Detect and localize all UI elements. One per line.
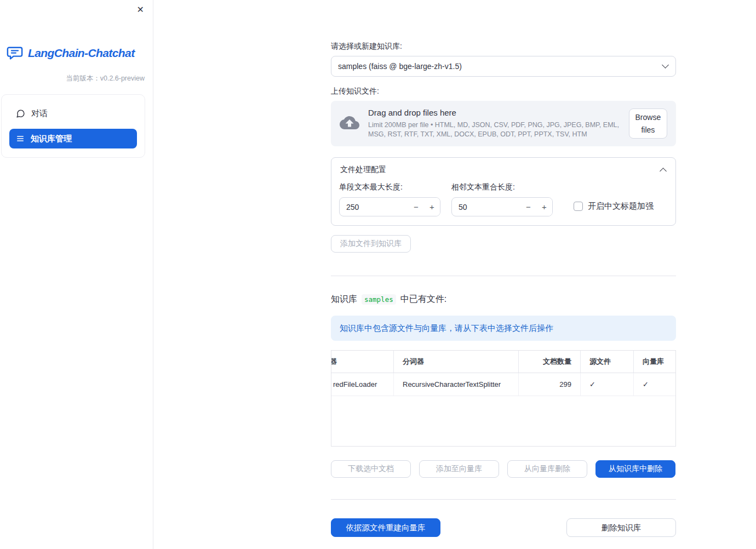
chat-bubble-icon (16, 109, 25, 118)
sidebar-item-chat[interactable]: 对话 (9, 104, 137, 123)
minus-button[interactable]: − (520, 198, 536, 216)
upload-limit-text: Limit 200MB per file • HTML, MD, JSON, C… (368, 121, 620, 139)
logo-text: LangChain-Chatchat (28, 47, 135, 60)
files-table: 器 分词器 文档数量 源文件 向量库 redFileLoader Recursi… (331, 350, 676, 447)
cell-loader: redFileLoader (331, 373, 394, 396)
info-banner: 知识库中包含源文件与向量库，请从下表中选择文件后操作 (331, 316, 676, 341)
overlap-size-label: 相邻文本重合长度: (451, 182, 553, 192)
overlap-size-value[interactable]: 50 (452, 198, 520, 216)
chunk-size-label: 单段文本最大长度: (339, 182, 440, 192)
sidebar: ✕ LangChain-Chatchat 当前版本：v0.2.6-preview… (0, 0, 153, 549)
cell-source-file-check: ✓ (581, 373, 634, 396)
sidebar-item-kb-management[interactable]: 知识库管理 (9, 129, 137, 148)
kb-files-heading: 知识库 samples 中已有文件: (331, 294, 676, 305)
minus-button[interactable]: − (408, 198, 424, 216)
file-uploader-dropzone[interactable]: Drag and drop files here Limit 200MB per… (331, 101, 676, 146)
overlap-size-input: 50 − + (451, 197, 553, 216)
table-header-doc-count[interactable]: 文档数量 (519, 351, 581, 373)
kb-name-code: samples (362, 294, 396, 305)
table-header-source-file[interactable]: 源文件 (581, 351, 634, 373)
expander-header[interactable]: 文件处理配置 (331, 158, 675, 175)
table-header-vector-store[interactable]: 向量库 (634, 351, 675, 373)
expander-body: 单段文本最大长度: 250 − + 相邻文本重合长度: 50 − + (331, 175, 675, 225)
kb-select-label: 请选择或新建知识库: (331, 42, 676, 52)
browse-files-button[interactable]: Browse files (629, 108, 667, 139)
delete-kb-button[interactable]: 删除知识库 (566, 518, 676, 537)
version-label: 当前版本：v0.2.6-preview (0, 74, 145, 83)
knowledge-base-icon (16, 134, 25, 143)
divider (331, 499, 676, 500)
sidebar-item-label: 知识库管理 (31, 134, 72, 144)
delete-from-kb-button[interactable]: 从知识库中删除 (595, 460, 675, 478)
kb-files-prefix: 知识库 (331, 294, 357, 305)
plus-button[interactable]: + (424, 198, 440, 216)
chevron-up-icon (660, 168, 667, 175)
table-empty-area (331, 396, 675, 446)
cell-doc-count: 299 (519, 373, 581, 396)
cell-splitter: RecursiveCharacterTextSplitter (394, 373, 519, 396)
chevron-down-icon (662, 61, 669, 68)
cloud-upload-icon (340, 113, 359, 135)
rebuild-vector-store-button[interactable]: 依据源文件重建向量库 (331, 518, 440, 537)
table-header-row: 器 分词器 文档数量 源文件 向量库 (331, 351, 675, 373)
checkbox-label: 开启中文标题加强 (588, 201, 654, 211)
table-row[interactable]: redFileLoader RecursiveCharacterTextSpli… (331, 373, 675, 396)
divider (331, 276, 676, 276)
chunk-size-input: 250 − + (339, 197, 440, 216)
chat-logo-icon (7, 46, 23, 60)
zh-title-enhance-checkbox[interactable]: 开启中文标题加强 (574, 201, 654, 211)
table-header-splitter[interactable]: 分词器 (394, 351, 519, 373)
sidebar-menu: 对话 知识库管理 (1, 94, 145, 158)
chunk-size-value[interactable]: 250 (340, 198, 408, 216)
checkbox-box-icon (574, 202, 583, 211)
kb-select[interactable]: samples (faiss @ bge-large-zh-v1.5) (331, 56, 676, 77)
kb-files-suffix: 中已有文件: (400, 294, 446, 305)
sidebar-close-icon[interactable]: ✕ (135, 3, 146, 16)
add-files-to-kb-button[interactable]: 添加文件到知识库 (331, 235, 411, 253)
file-config-expander: 文件处理配置 单段文本最大长度: 250 − + 相邻文本重合长度: (331, 157, 676, 226)
kb-bottom-actions: 依据源文件重建向量库 删除知识库 (331, 518, 676, 537)
file-actions-row: 下载选中文档 添加至向量库 从向量库删除 从知识库中删除 (331, 460, 676, 478)
download-selected-button[interactable]: 下载选中文档 (331, 460, 411, 478)
add-to-vector-store-button[interactable]: 添加至向量库 (419, 460, 499, 478)
expander-title: 文件处理配置 (340, 165, 386, 175)
info-banner-text: 知识库中包含源文件与向量库，请从下表中选择文件后操作 (340, 323, 553, 334)
delete-from-vector-store-button[interactable]: 从向量库删除 (507, 460, 587, 478)
upload-label: 上传知识文件: (331, 87, 676, 96)
plus-button[interactable]: + (536, 198, 552, 216)
app-logo: LangChain-Chatchat (7, 46, 153, 60)
sidebar-item-label: 对话 (31, 108, 48, 119)
drag-drop-text: Drag and drop files here (368, 108, 620, 117)
table-header-loader[interactable]: 器 (331, 351, 394, 373)
cell-vector-store-check: ✓ (634, 373, 675, 396)
kb-select-value: samples (faiss @ bge-large-zh-v1.5) (338, 62, 462, 71)
